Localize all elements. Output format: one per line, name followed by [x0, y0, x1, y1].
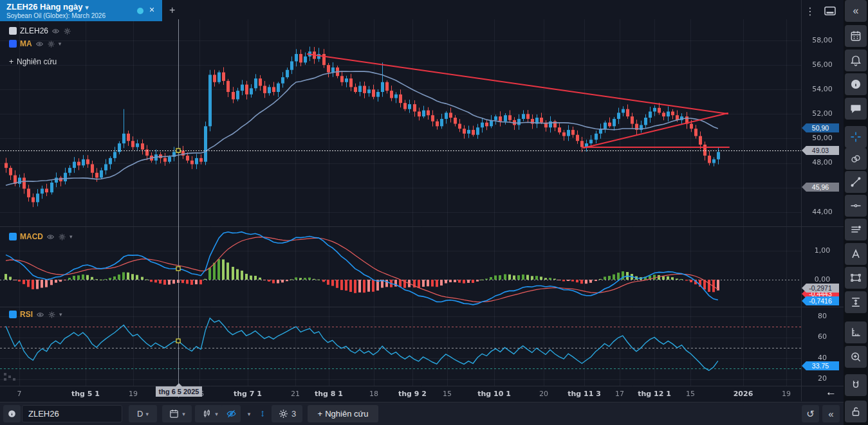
add-study-label: Nghiên cứu — [17, 57, 57, 66]
study-count-label: 3 — [291, 409, 296, 419]
collapse-sidebar-button[interactable]: « — [845, 0, 867, 22]
crosshair-tool-button[interactable] — [845, 126, 867, 148]
rectangle-tool-button[interactable] — [845, 267, 867, 289]
plus-icon: + — [9, 57, 14, 66]
ruler-tool-button[interactable] — [845, 321, 867, 343]
symbol-info-button[interactable] — [3, 405, 21, 422]
ruler-icon — [849, 326, 862, 339]
zoom-in-icon — [849, 350, 862, 363]
macd-line-badge: -0,7416 — [802, 296, 839, 305]
parallel-lines-tool-button[interactable] — [845, 219, 867, 240]
add-study-button[interactable]: + Nghiên cứu — [9, 57, 71, 67]
chevron-down-icon: ▾ — [248, 411, 251, 417]
symbol-swatch — [9, 27, 17, 35]
date-range-button[interactable]: ▾ — [162, 405, 192, 422]
legend-row-symbol[interactable]: ZLEH26 — [9, 26, 71, 36]
magnet-icon — [849, 379, 862, 392]
tab-close-button[interactable]: × — [149, 5, 154, 15]
new-tab-button[interactable]: + — [169, 5, 175, 16]
gear-icon[interactable] — [63, 27, 71, 35]
info-icon-button[interactable] — [845, 73, 867, 95]
eye-icon[interactable] — [51, 27, 60, 35]
last-price-badge: 50,90 — [802, 123, 839, 132]
magnet-tool-button[interactable] — [845, 374, 867, 396]
collapse-toolbar-button[interactable]: « — [822, 405, 840, 422]
chevron-down-icon[interactable]: ▾ — [59, 311, 62, 318]
legend-row-macd[interactable]: MACD ▾ — [9, 231, 73, 242]
undo-icon: ↺ — [806, 408, 815, 420]
tab-title: ZLEH26 Hàng ngày — [6, 2, 82, 12]
legend-row-ma[interactable]: MA ▾ — [9, 39, 71, 49]
horizontal-line-tool-button[interactable] — [845, 195, 867, 217]
trend-line-tool-button[interactable] — [845, 171, 867, 193]
interval-label: D — [137, 409, 143, 419]
trading-chart-app: ZLEH26 Hàng ngày▾ Soybean Oil (Globex): … — [0, 0, 868, 425]
chevron-down-icon: ▾ — [145, 411, 149, 417]
reset-chart-button[interactable]: ↺ — [802, 405, 819, 422]
chevron-down-icon[interactable]: ▾ — [85, 3, 88, 12]
eye-icon[interactable] — [35, 40, 44, 48]
chart-canvas[interactable] — [0, 0, 844, 402]
legend-row-rsi[interactable]: RSI ▾ — [9, 309, 62, 320]
chevrons-left-icon: « — [828, 408, 833, 419]
gear-icon[interactable] — [47, 40, 55, 48]
low-price-badge: 45,96 — [802, 183, 839, 192]
chart-style-button[interactable]: ▾ — [195, 405, 225, 422]
tab-status-dot-icon — [137, 8, 143, 14]
add-study-toolbar-button[interactable]: +Nghiên cứu — [308, 405, 378, 422]
calendar-icon — [169, 408, 180, 419]
lock-open-button[interactable] — [845, 401, 867, 422]
rectangle-icon — [849, 271, 862, 284]
badge-pointer — [176, 383, 182, 386]
gear-icon[interactable] — [58, 233, 66, 241]
indicators-settings-button[interactable]: 3 — [272, 405, 302, 422]
lock-open-icon — [849, 405, 862, 418]
info-icon — [849, 78, 862, 91]
calendar-icon — [849, 30, 862, 42]
bottom-toolbar: D▾ ▾ ▾ ▾ 3 +Nghiên cứu ↺ « — [0, 402, 844, 425]
zoom-in-button[interactable] — [845, 346, 867, 368]
right-sidebar: « — [844, 0, 868, 425]
crosshair-icon — [849, 131, 862, 143]
hide-drawings-button[interactable] — [221, 405, 241, 422]
vertical-arrows-icon — [259, 408, 266, 419]
tab-subtitle: Soybean Oil (Globex): March 2026 — [6, 12, 156, 20]
gear-icon — [278, 408, 289, 419]
gear-icon[interactable] — [48, 311, 56, 319]
chevron-down-icon[interactable]: ▾ — [69, 233, 73, 240]
ma-swatch — [9, 40, 17, 48]
crosshair-price-badge: 49.03 — [802, 146, 839, 155]
macd-hist-badge: -0,2971 — [802, 284, 839, 293]
link-tool-button[interactable] — [845, 148, 867, 170]
vertical-measure-tool-button[interactable] — [845, 291, 867, 313]
candles-icon — [201, 408, 212, 419]
scroll-back-arrow-button[interactable]: ← — [826, 386, 836, 399]
vertical-measure-icon — [849, 296, 862, 309]
crosshair-date-badge: thg 6 5 2025 — [156, 386, 202, 397]
plus-icon: + — [318, 409, 323, 419]
parallel-lines-icon — [849, 223, 862, 236]
alerts-bell-icon-button[interactable] — [845, 50, 867, 71]
legend-rsi-label: RSI — [20, 310, 33, 319]
calendar-icon-button[interactable] — [845, 25, 867, 47]
rsi-value-badge: 33.75 — [802, 361, 839, 370]
panel-layout-icon[interactable] — [824, 6, 836, 18]
trend-line-icon — [849, 176, 862, 188]
auto-scale-button[interactable] — [255, 405, 270, 422]
symbol-input[interactable] — [22, 405, 122, 422]
chat-icon-button[interactable] — [845, 98, 867, 120]
interval-button[interactable]: D▾ — [129, 405, 157, 422]
bell-icon — [849, 54, 862, 67]
legend-ma-label: MA — [20, 39, 32, 48]
horizontal-line-icon — [849, 199, 862, 212]
rsi-swatch — [9, 311, 17, 318]
macd-swatch — [9, 233, 17, 240]
chart-menu-kebab-icon[interactable]: ⋮ — [805, 5, 815, 17]
eye-icon[interactable] — [46, 233, 55, 241]
chevron-down-icon[interactable]: ▾ — [59, 41, 62, 47]
hide-drawings-menu-button[interactable]: ▾ — [242, 405, 256, 422]
eye-icon[interactable] — [36, 311, 44, 319]
text-tool-button[interactable] — [845, 243, 867, 265]
chat-icon — [849, 102, 862, 115]
pane-resize-handle[interactable] — [4, 373, 18, 381]
